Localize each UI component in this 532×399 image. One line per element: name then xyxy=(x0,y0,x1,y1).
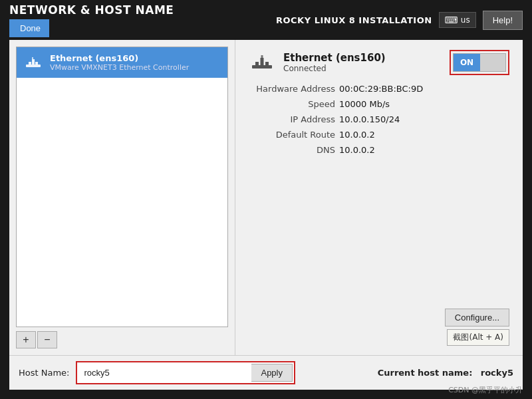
keyboard-icon: ⌨ xyxy=(445,15,458,25)
list-controls: + − xyxy=(16,331,228,348)
top-right: ⌨ us Help! xyxy=(439,11,523,30)
svg-rect-0 xyxy=(26,65,41,67)
svg-rect-7 xyxy=(255,62,259,65)
add-network-button[interactable]: + xyxy=(16,331,36,348)
current-hostname-label: Current host name: xyxy=(378,368,473,378)
top-bar: NETWORK & HOST NAME Done ROCKY LINUX 8 I… xyxy=(0,0,532,40)
keyboard-layout: us xyxy=(461,15,470,25)
current-hostname-value: rocky5 xyxy=(481,368,513,378)
dns-label: DNS xyxy=(249,145,335,155)
top-left: NETWORK & HOST NAME Done xyxy=(9,3,174,37)
configure-button[interactable]: Configure... xyxy=(445,309,509,327)
default-route-row: Default Route 10.0.0.2 xyxy=(249,130,509,140)
ip-address-value: 10.0.0.150/24 xyxy=(339,114,400,124)
left-panel: Ethernet (ens160) VMware VMXNET3 Etherne… xyxy=(9,40,235,355)
svg-rect-10 xyxy=(261,58,264,62)
speed-value: 10000 Mb/s xyxy=(339,99,390,109)
main-content: Ethernet (ens160) VMware VMXNET3 Etherne… xyxy=(9,40,523,390)
toggle-container: ON xyxy=(450,50,509,75)
default-route-value: 10.0.0.2 xyxy=(339,130,375,140)
network-list: Ethernet (ens160) VMware VMXNET3 Etherne… xyxy=(16,47,228,327)
done-button[interactable]: Done xyxy=(9,19,49,37)
ip-address-label: IP Address xyxy=(249,114,335,124)
svg-rect-3 xyxy=(35,62,38,65)
ethernet-detail-icon xyxy=(249,49,275,76)
svg-rect-8 xyxy=(261,62,264,65)
current-hostname-display: Current host name: rocky5 xyxy=(378,368,513,378)
dns-value: 10.0.0.2 xyxy=(339,145,375,155)
ip-address-row: IP Address 10.0.0.150/24 xyxy=(249,114,509,124)
bottom-bar: Host Name: Apply Current host name: rock… xyxy=(9,355,523,390)
hardware-address-label: Hardware Address xyxy=(249,84,335,94)
svg-rect-2 xyxy=(32,62,35,65)
hardware-address-row: Hardware Address 00:0C:29:BB:BC:9D xyxy=(249,84,509,94)
speed-row: Speed 10000 Mb/s xyxy=(249,99,509,109)
ethernet-list-icon xyxy=(23,53,43,72)
dns-row: DNS 10.0.0.2 xyxy=(249,145,509,155)
annotation-box: 截图(Alt + A) xyxy=(447,329,509,346)
watermark: CSDN @黑乎平的小升 xyxy=(448,385,523,395)
annotation-text: 截图(Alt + A) xyxy=(453,332,503,342)
network-item[interactable]: Ethernet (ens160) VMware VMXNET3 Etherne… xyxy=(17,47,227,78)
keyboard-indicator[interactable]: ⌨ us xyxy=(439,12,476,28)
content-row: Ethernet (ens160) VMware VMXNET3 Etherne… xyxy=(9,40,523,355)
speed-label: Speed xyxy=(249,99,335,109)
default-route-label: Default Route xyxy=(249,130,335,140)
svg-rect-5 xyxy=(32,57,33,59)
device-header: Ethernet (ens160) Connected ON xyxy=(249,49,509,76)
apply-button[interactable]: Apply xyxy=(251,364,293,382)
svg-rect-9 xyxy=(265,62,269,65)
hardware-address-value: 00:0C:29:BB:BC:9D xyxy=(339,84,423,94)
hostname-input-wrap: Apply xyxy=(76,361,295,384)
remove-network-button[interactable]: − xyxy=(37,331,57,348)
installation-title: ROCKY LINUX 8 INSTALLATION xyxy=(276,15,432,25)
network-item-name: Ethernet (ens160) xyxy=(50,53,189,63)
network-item-desc: VMware VMXNET3 Ethernet Controller xyxy=(50,63,189,72)
hostname-label: Host Name: xyxy=(19,368,69,378)
help-button[interactable]: Help! xyxy=(483,11,523,30)
toggle-switch[interactable]: ON xyxy=(453,53,506,72)
page-title: NETWORK & HOST NAME xyxy=(9,3,174,17)
network-item-text: Ethernet (ens160) VMware VMXNET3 Etherne… xyxy=(50,53,189,72)
svg-rect-1 xyxy=(29,62,31,65)
device-status: Connected xyxy=(283,64,386,73)
right-panel: Ethernet (ens160) Connected ON Hardware … xyxy=(235,40,523,355)
toggle-off-area xyxy=(480,54,505,71)
svg-rect-4 xyxy=(32,59,35,62)
device-info: Ethernet (ens160) Connected xyxy=(249,49,386,76)
toggle-on-label: ON xyxy=(454,54,480,71)
svg-rect-6 xyxy=(252,65,272,68)
device-name-group: Ethernet (ens160) Connected xyxy=(283,52,386,73)
svg-rect-11 xyxy=(261,55,263,58)
device-name: Ethernet (ens160) xyxy=(283,52,386,64)
hostname-input[interactable] xyxy=(78,365,251,380)
